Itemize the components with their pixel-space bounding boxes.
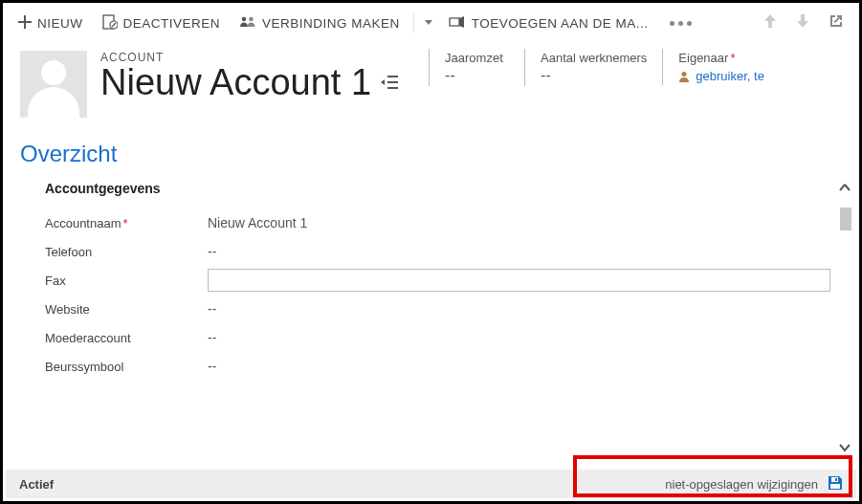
marketing-icon <box>449 15 466 32</box>
svg-rect-8 <box>387 87 398 89</box>
save-button[interactable] <box>828 475 843 493</box>
field-row-parentaccount[interactable]: Moederaccount -- <box>45 324 830 351</box>
connect-label: VERBINDING MAKEN <box>262 16 400 31</box>
svg-point-4 <box>249 16 254 21</box>
connect-button[interactable]: VERBINDING MAKEN <box>232 11 408 35</box>
required-star: * <box>123 216 128 230</box>
new-label: NIEUW <box>37 16 83 31</box>
more-commands-button[interactable] <box>660 21 701 26</box>
command-bar: NIEUW DEACTIVEREN VERBINDING MAKEN TOEVO… <box>3 3 859 43</box>
header-field-employees[interactable]: Aantal werknemers -- <box>524 49 662 86</box>
new-button[interactable]: NIEUW <box>11 11 91 35</box>
plus-icon <box>18 15 32 32</box>
owner-link[interactable]: gebruiker, te <box>696 69 764 83</box>
field-label: Fax <box>45 274 208 288</box>
field-row-accountname[interactable]: Accountnaam* Nieuw Account 1 <box>45 209 830 236</box>
scroll-up-icon <box>836 183 853 196</box>
field-label: Accountnaam <box>45 216 122 230</box>
fax-input[interactable] <box>208 269 830 292</box>
field-value: Nieuw Account 1 <box>208 215 307 230</box>
arrow-up-icon <box>763 13 777 29</box>
svg-rect-7 <box>387 81 398 83</box>
popout-icon <box>829 13 844 29</box>
header-field-revenue[interactable]: Jaaromzet -- <box>429 49 524 86</box>
deactivate-icon <box>102 14 118 33</box>
field-row-fax: Fax <box>45 267 830 294</box>
add-to-marketing-button[interactable]: TOEVOEGEN AAN DE MA... <box>441 11 656 35</box>
unsaved-changes-text: niet-opgeslagen wijzigingen <box>665 477 818 492</box>
record-state: Actief <box>19 477 54 492</box>
record-title: Nieuw Account 1 <box>100 64 371 100</box>
svg-rect-5 <box>450 18 459 26</box>
subsection-header: Accountgegevens <box>45 181 830 196</box>
field-label: Jaaromzet <box>445 51 509 65</box>
arrow-down-icon <box>796 13 809 29</box>
next-record-button[interactable] <box>788 10 817 37</box>
section-title: Overzicht <box>20 141 830 167</box>
connect-dropdown[interactable] <box>420 20 437 26</box>
field-value: -- <box>541 67 647 84</box>
avatar <box>20 51 87 118</box>
field-row-website[interactable]: Website -- <box>45 296 830 322</box>
svg-point-9 <box>682 72 687 77</box>
field-label: Aantal werknemers <box>541 51 647 65</box>
deactivate-button[interactable]: DEACTIVEREN <box>95 11 229 36</box>
field-label: Website <box>45 302 208 317</box>
field-label: Eigenaar <box>678 51 764 65</box>
save-icon <box>828 475 843 491</box>
field-row-tickersymbol[interactable]: Beurssymbool -- <box>45 353 830 380</box>
prev-record-button[interactable] <box>756 10 785 37</box>
field-label: Beurssymbool <box>45 360 208 374</box>
connect-icon <box>239 15 256 32</box>
form-body: Overzicht Accountgegevens Accountnaam* N… <box>3 127 859 380</box>
separator <box>413 13 414 33</box>
svg-rect-11 <box>830 484 840 489</box>
field-value: -- <box>208 244 216 259</box>
header-field-owner[interactable]: Eigenaar gebruiker, te <box>662 49 780 85</box>
scrollbar[interactable] <box>836 183 853 455</box>
record-header: ACCOUNT Nieuw Account 1 Jaaromzet -- Aan… <box>3 43 859 127</box>
record-selector-button[interactable] <box>381 74 398 91</box>
field-row-phone[interactable]: Telefoon -- <box>45 238 830 265</box>
add-to-label: TOEVOEGEN AAN DE MA... <box>472 16 649 31</box>
field-label: Moederaccount <box>45 331 208 345</box>
deactivate-label: DEACTIVEREN <box>123 16 221 31</box>
field-value: -- <box>208 330 216 345</box>
scroll-thumb[interactable] <box>840 208 851 230</box>
status-bar: Actief niet-opgeslagen wijzigingen <box>6 470 856 498</box>
scroll-down-icon <box>836 442 853 455</box>
popout-button[interactable] <box>821 10 851 36</box>
field-label: Telefoon <box>45 245 208 259</box>
field-value: -- <box>208 301 216 317</box>
field-value: -- <box>208 359 216 374</box>
svg-rect-12 <box>835 478 837 481</box>
svg-point-3 <box>242 16 247 21</box>
svg-rect-6 <box>387 76 398 77</box>
chevron-down-icon <box>425 20 432 26</box>
field-value: -- <box>445 67 509 84</box>
person-icon <box>678 71 690 82</box>
